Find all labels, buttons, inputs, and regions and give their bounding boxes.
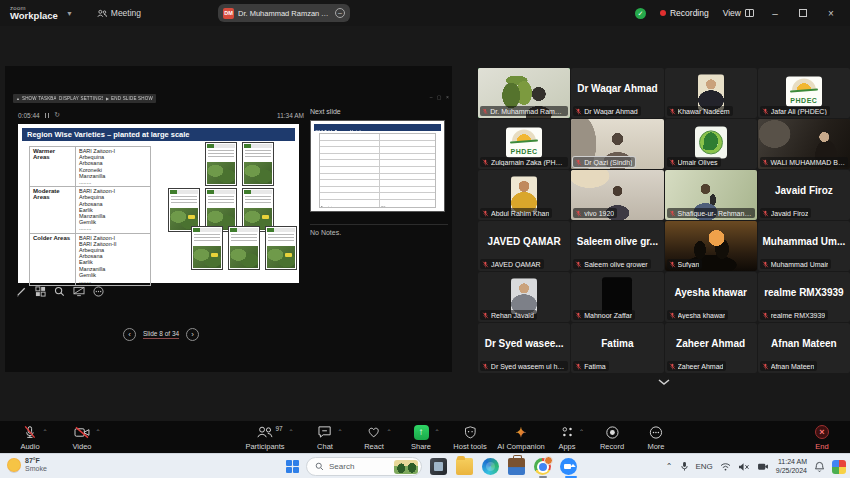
slide-table-row: Moderate AreasBARI Zaitoon-I Arbequina A… xyxy=(30,187,151,233)
host-tools-button[interactable]: Host tools xyxy=(453,424,486,451)
participant-name-label: Sufyan xyxy=(667,259,703,269)
participant-tile[interactable]: Ayesha khawarAyesha khawar xyxy=(665,272,757,322)
volume-muted-icon[interactable] xyxy=(738,462,750,472)
participant-tile[interactable]: Dr Waqar AhmadDr Waqar Ahmad xyxy=(571,68,663,118)
mic-muted-icon xyxy=(762,108,769,115)
slide-table-row: Warmer AreasBARI Zaitoon-I Arbequina Arb… xyxy=(30,147,151,187)
participant-tile[interactable]: vivo 1920 xyxy=(571,170,663,220)
mic-muted-icon xyxy=(482,210,489,217)
video-options-caret[interactable]: ⌃ xyxy=(95,428,100,435)
preview-table-row: PicualOil xyxy=(320,187,435,194)
tray-camera-icon[interactable] xyxy=(757,462,769,471)
record-button[interactable]: Record xyxy=(600,424,624,451)
view-label: View xyxy=(723,8,741,18)
slideshow-icon: ▶ xyxy=(106,96,109,101)
participant-tile[interactable]: Dr. Muhammad Ramzan ... xyxy=(478,68,570,118)
recording-indicator: Recording xyxy=(660,8,709,18)
view-button[interactable]: View xyxy=(723,8,754,18)
windows-taskbar: 87°F Smoke Search ⌃ ENG 11:24 AM 9/25 xyxy=(0,453,850,478)
participants-caret[interactable]: ⌃ xyxy=(289,428,294,435)
participant-tile[interactable]: Abdul Rahim Khan xyxy=(478,170,570,220)
participant-tile[interactable]: Rehan Javaid xyxy=(478,272,570,322)
close-button[interactable]: × xyxy=(824,8,838,19)
end-slide-show-button: ▶ END SLIDE SHOW xyxy=(103,94,156,103)
participant-tile[interactable]: PHDECJafar Ali (PHDEC) xyxy=(758,68,850,118)
participant-tile[interactable]: Saleem olive gr...Saleem olive grower xyxy=(571,221,663,271)
weather-icon xyxy=(7,458,21,472)
more-button[interactable]: More xyxy=(647,424,664,451)
participant-tile[interactable]: Muhammad Um...Muhammad Umair xyxy=(758,221,850,271)
chat-button[interactable]: ⌃ Chat xyxy=(317,424,333,451)
current-slide: Region Wise Varieties – planted at large… xyxy=(18,124,299,283)
meeting-toolbar: ⌃ Audio ⌃ Video 97 ⌃ Participants ⌃ Ch xyxy=(0,421,850,453)
mic-muted-icon xyxy=(762,312,769,319)
video-button[interactable]: ⌃ Video xyxy=(72,424,91,451)
participant-tile[interactable]: Afnan MateenAfnan Mateen xyxy=(758,323,850,373)
participant-name-label: Afnan Mateen xyxy=(760,361,818,371)
participant-tile[interactable]: Dr Syed wasee...Dr Syed waseem ul ha... xyxy=(478,323,570,373)
tray-chevron-up-icon[interactable]: ⌃ xyxy=(666,462,673,471)
edge-browser-icon[interactable] xyxy=(482,458,499,475)
tab-active-meeting[interactable]: DM Dr. Muhammad Ramzan Anser P... – xyxy=(218,4,350,22)
audio-button[interactable]: ⌃ Audio xyxy=(20,424,39,451)
display-name: Zaheer Ahmad xyxy=(668,338,754,349)
clock-widget[interactable]: 11:24 AM 9/25/2024 xyxy=(776,458,807,474)
participant-tile[interactable]: WALI MUHAMMAD BA... xyxy=(758,119,850,169)
colorful-app-icon[interactable] xyxy=(832,460,846,474)
display-name: Dr Syed wasee... xyxy=(481,338,567,349)
participant-tile[interactable]: realme RMX3939realme RMX3939 xyxy=(758,272,850,322)
file-explorer-icon[interactable] xyxy=(456,458,473,475)
notifications-bell-icon[interactable] xyxy=(814,461,825,473)
network-icon[interactable] xyxy=(720,462,731,471)
participant-tile[interactable]: Khawar Nadeem xyxy=(665,68,757,118)
chevron-down-icon[interactable]: ▼ xyxy=(66,10,73,17)
search-input[interactable]: Search xyxy=(306,457,422,476)
ai-companion-button[interactable]: ✦ AI Companion xyxy=(497,424,545,451)
toolbox-app-icon[interactable] xyxy=(508,458,525,475)
participant-tile[interactable]: Sufyan xyxy=(665,221,757,271)
zoom-app-icon[interactable] xyxy=(560,458,577,475)
weather-widget[interactable]: 87°F Smoke xyxy=(7,457,47,473)
chat-icon xyxy=(318,425,333,439)
mic-muted-icon xyxy=(482,312,489,319)
security-shield-icon[interactable]: ✓ xyxy=(635,8,646,19)
share-button[interactable]: ↑ ⌃ Share xyxy=(411,424,431,451)
participants-button[interactable]: 97 ⌃ Participants xyxy=(245,424,284,451)
participant-tile[interactable]: Zaheer AhmadZaheer Ahmad xyxy=(665,323,757,373)
preview-table-row: ManzanillaTable xyxy=(320,180,435,187)
participant-tile[interactable]: Dr Qazi (Sindh) xyxy=(571,119,663,169)
next-slide-pane: – ▢ × Next slide Oil & Table Purpose Var… xyxy=(305,94,452,364)
tab-meeting[interactable]: Meeting xyxy=(97,8,141,18)
participant-name-label: Khawar Nadeem xyxy=(667,106,733,116)
tray-mic-icon[interactable] xyxy=(680,461,689,472)
language-indicator[interactable]: ENG xyxy=(696,462,713,471)
all-slides-icon xyxy=(35,286,46,297)
tray-time: 11:24 AM xyxy=(778,458,807,466)
participant-tile[interactable]: Umair Olives xyxy=(665,119,757,169)
participant-tile[interactable]: Shafique-ur- Rehman ... xyxy=(665,170,757,220)
chrome-icon[interactable] xyxy=(534,458,551,475)
minimize-button[interactable]: – xyxy=(768,8,782,19)
participant-tile[interactable]: JAVED QAMARJAVED QAMAR xyxy=(478,221,570,271)
apps-caret[interactable]: ⌃ xyxy=(579,428,584,435)
minimize-tab-icon[interactable]: – xyxy=(335,8,345,18)
participant-name-label: vivo 1920 xyxy=(573,208,617,218)
gallery-more-chevron[interactable] xyxy=(648,376,680,388)
slide-title: Region Wise Varieties – planted at large… xyxy=(22,128,295,141)
react-button[interactable]: ⌃ React xyxy=(364,424,384,451)
apps-button[interactable]: ⌃ Apps xyxy=(558,424,575,451)
participant-tile[interactable]: Mahnoor Zaffar xyxy=(571,272,663,322)
share-caret[interactable]: ⌃ xyxy=(434,428,439,435)
participant-tile[interactable]: FatimaFatima xyxy=(571,323,663,373)
participant-tile[interactable]: Javaid FirozJavaid Firoz xyxy=(758,170,850,220)
end-meeting-button[interactable]: × End xyxy=(815,424,829,451)
audio-options-caret[interactable]: ⌃ xyxy=(43,428,48,435)
react-caret[interactable]: ⌃ xyxy=(387,428,392,435)
start-button[interactable] xyxy=(286,460,299,473)
task-view-icon[interactable] xyxy=(430,458,447,475)
participant-tile[interactable]: PHDECZulqarnain Zaka (PHD... xyxy=(478,119,570,169)
search-highlight-icon[interactable] xyxy=(394,460,418,474)
maximize-button[interactable] xyxy=(796,8,810,19)
chat-caret[interactable]: ⌃ xyxy=(338,428,343,435)
zoom-meeting-window: zoom Workplace ▼ Meeting DM Dr. Muhammad… xyxy=(0,0,850,478)
